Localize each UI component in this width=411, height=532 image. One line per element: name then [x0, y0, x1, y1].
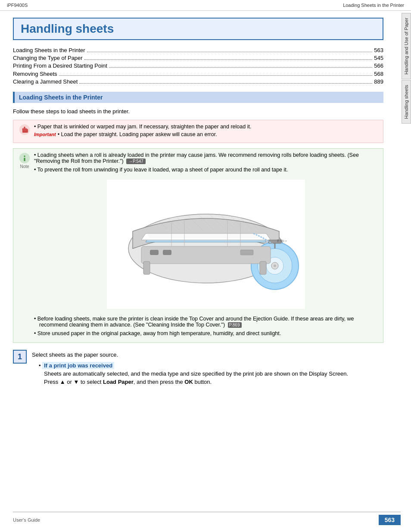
- page-ref-869[interactable]: →P.869: [228, 322, 242, 328]
- svg-point-7: [24, 156, 25, 157]
- toc-title-2[interactable]: Changing the Type of Paper: [13, 55, 83, 61]
- toc-table: Loading Sheets in the Printer 563 Changi…: [13, 47, 383, 85]
- svg-rect-24: [240, 250, 253, 255]
- info-item-1: Before loading sheets, make sure the pri…: [34, 316, 378, 328]
- page-ref-547[interactable]: →P.547: [126, 159, 146, 164]
- toc-title-4[interactable]: Removing Sheets: [13, 71, 57, 77]
- svg-rect-1: [24, 127, 25, 131]
- toc-row-5: Clearing a Jammed Sheet 889: [13, 78, 383, 85]
- svg-rect-30: [260, 261, 266, 274]
- svg-rect-8: [24, 158, 25, 161]
- header-right: Loading Sheets in the Printer: [343, 3, 404, 8]
- toc-page-3: 566: [374, 62, 383, 69]
- sub-bullet-text-1: Sheets are automatically selected, and t…: [44, 370, 383, 377]
- important-label: Important: [34, 132, 56, 137]
- toc-dots-2: [84, 59, 373, 60]
- svg-rect-3: [25, 128, 27, 131]
- info-items: Before loading sheets, make sure the pri…: [34, 316, 378, 336]
- toc-dots-1: [87, 52, 373, 52]
- svg-rect-29: [143, 261, 150, 274]
- intro-text: Follow these steps to load sheets in the…: [13, 108, 383, 115]
- svg-rect-22: [150, 250, 159, 255]
- toc-group-2: Changing the Type of Paper 545 Printing …: [13, 55, 383, 69]
- top-header: iPF9400S Loading Sheets in the Printer: [0, 0, 411, 11]
- toc-page-5: 889: [374, 78, 383, 85]
- note-item-2: • To prevent the roll from unwinding if …: [34, 167, 378, 173]
- warning-hand-icon: [19, 124, 31, 136]
- warning-content: • Paper that is wrinkled or warped may j…: [34, 124, 378, 139]
- toc-dots-3: [109, 67, 372, 68]
- page-title: Handling sheets: [13, 18, 383, 40]
- toc-page-2: 545: [374, 55, 383, 61]
- toc-dots-4: [59, 75, 373, 76]
- toc-title-3[interactable]: Printing From a Desired Starting Point: [13, 62, 107, 69]
- toc-page-4: 568: [374, 71, 383, 77]
- section-heading: Loading Sheets in the Printer: [13, 92, 383, 103]
- sidebar-tab-handling-paper[interactable]: Handling and Use of Paper: [402, 13, 411, 79]
- page-number-box: 563: [379, 515, 401, 525]
- warning-item-1: • Paper that is wrinkled or warped may j…: [34, 124, 378, 130]
- printer-illustration: ETo↔: [107, 180, 305, 309]
- sidebar-tab-handling-sheets[interactable]: Handling sheets: [402, 80, 411, 124]
- toc-title-5[interactable]: Clearing a Jammed Sheet: [13, 78, 78, 85]
- step-content-1: Select sheets as the paper source. • If …: [32, 350, 383, 389]
- note-label: Note: [20, 164, 29, 169]
- toc-dots-5: [79, 83, 372, 84]
- info-item-2: Store unused paper in the original packa…: [34, 330, 378, 336]
- footer-left: User's Guide: [13, 517, 40, 523]
- warning-icon-container: [19, 124, 31, 137]
- header-left: iPF9400S: [7, 3, 28, 8]
- sub-bullet-1: • If a print job was received Sheets are…: [39, 362, 383, 385]
- step-number-1: 1: [13, 350, 27, 364]
- footer: User's Guide 563: [13, 512, 401, 525]
- toc-group-3: Removing Sheets 568 Clearing a Jammed Sh…: [13, 71, 383, 85]
- main-content: Handling sheets Loading Sheets in the Pr…: [0, 11, 401, 406]
- note-item-1: • Loading sheets when a roll is already …: [34, 152, 378, 164]
- toc-title-1[interactable]: Loading Sheets in the Printer: [13, 47, 85, 53]
- step-container-1: 1 Select sheets as the paper source. • I…: [13, 350, 383, 389]
- svg-rect-2: [22, 128, 24, 131]
- svg-rect-5: [22, 131, 28, 133]
- svg-rect-23: [163, 250, 171, 255]
- warning-box: • Paper that is wrinkled or warped may j…: [13, 120, 383, 143]
- sub-bullet-title-1: If a print job was received: [42, 362, 114, 369]
- toc-row-1: Loading Sheets in the Printer 563: [13, 47, 383, 53]
- step-title-1: Select sheets as the paper source.: [32, 350, 383, 358]
- sub-bullet-text-2: Press ▲ or ▼ to select Load Paper, and t…: [44, 379, 383, 385]
- right-sidebar: Handling and Use of Paper Handling sheet…: [402, 13, 411, 124]
- warning-item-2: Important• Load the paper straight. Load…: [34, 131, 378, 137]
- note-box: Note • Loading sheets when a roll is alr…: [13, 148, 383, 343]
- note-content: • Loading sheets when a roll is already …: [34, 152, 378, 339]
- note-icon: [19, 152, 31, 164]
- svg-text:ETo↔: ETo↔: [277, 239, 288, 243]
- toc-row-2: Changing the Type of Paper 545: [13, 55, 383, 61]
- toc-row-3: Printing From a Desired Starting Point 5…: [13, 62, 383, 69]
- toc-row-4: Removing Sheets 568: [13, 71, 383, 77]
- printer-image-container: ETo↔: [34, 180, 378, 309]
- note-icon-container: Note: [19, 152, 31, 169]
- svg-point-18: [274, 264, 276, 267]
- toc-page-1: 563: [374, 47, 383, 53]
